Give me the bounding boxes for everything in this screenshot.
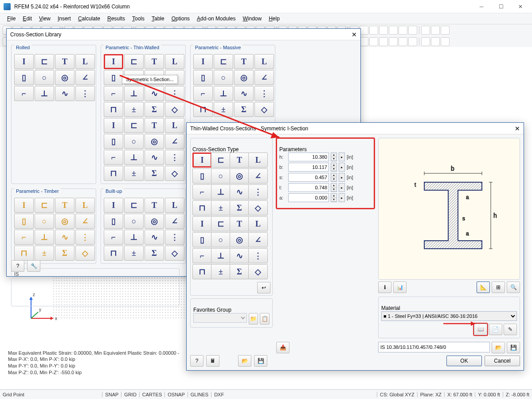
section-type-button[interactable]: ⌐ [14, 86, 34, 101]
section-type-button[interactable]: Σ [145, 102, 164, 117]
section-type-button[interactable]: ◎ [145, 214, 164, 229]
section-type-button[interactable]: T [145, 118, 164, 133]
section-type-button[interactable]: ⌐ [104, 86, 123, 101]
section-type-button[interactable]: ∿ [145, 150, 164, 165]
section-type-button[interactable]: ▯ [192, 168, 212, 184]
section-type-button[interactable]: ± [124, 166, 144, 181]
section-type-button[interactable]: ◇ [165, 166, 184, 181]
designation-field[interactable] [378, 342, 490, 352]
info-button[interactable]: ℹ [378, 282, 391, 293]
section-type-button[interactable]: Σ [230, 200, 249, 215]
section-type-button[interactable]: ⊥ [124, 86, 144, 101]
section-type-button[interactable]: ◇ [248, 264, 268, 279]
section-type-button[interactable]: ∠ [75, 214, 95, 229]
material-edit-button[interactable]: ✎ [504, 324, 517, 335]
toolbar-button[interactable] [399, 26, 407, 35]
help-button[interactable]: ? [11, 260, 24, 272]
toolbar-button[interactable] [369, 37, 378, 46]
section-type-button[interactable]: ⊥ [214, 86, 233, 101]
section-type-button[interactable]: ± [124, 102, 144, 117]
section-type-button[interactable]: ⌐ [193, 86, 213, 101]
section-type-button[interactable]: T [145, 54, 164, 69]
pick-button[interactable]: ▸ [339, 163, 345, 172]
section-type-button[interactable]: ⊓ [104, 102, 123, 117]
menu-calculate[interactable]: Calculate [74, 16, 104, 22]
param-b-input[interactable] [288, 163, 329, 172]
toolbar-button[interactable] [431, 37, 440, 46]
menu-options[interactable]: Options [168, 16, 193, 22]
menu-insert[interactable]: Insert [54, 16, 74, 22]
section-type-button[interactable]: ⋮ [165, 230, 184, 245]
status-mode-dxf[interactable]: DXF [211, 392, 227, 397]
section-type-button[interactable]: ∠ [248, 168, 268, 184]
toolbar-button[interactable] [369, 26, 378, 35]
section-type-button[interactable]: ◎ [234, 70, 254, 85]
view-dims-button[interactable]: 📐 [477, 282, 490, 293]
section-type-button[interactable]: ⊓ [192, 264, 212, 279]
section-type-button[interactable]: I [104, 54, 123, 69]
section-type-button[interactable]: ⊥ [211, 184, 231, 200]
ok-button[interactable]: OK [446, 356, 482, 366]
section-type-button[interactable]: ○ [124, 134, 144, 149]
spinner[interactable]: ▲▼ [331, 183, 337, 192]
save-button[interactable]: 💾 [254, 355, 267, 367]
section-type-button[interactable]: ○ [124, 214, 144, 229]
section-type-button[interactable]: Σ [234, 102, 254, 117]
section-type-button[interactable]: ⊏ [124, 198, 144, 213]
section-type-button[interactable]: ∠ [254, 70, 274, 85]
section-type-button[interactable]: I [193, 54, 213, 69]
section-type-button[interactable]: ▯ [14, 214, 34, 229]
pick-button[interactable]: ▸ [339, 153, 345, 161]
status-mode-grid[interactable]: GRID [121, 392, 139, 397]
menu-add-on-modules[interactable]: Add-on Modules [193, 16, 239, 22]
section-type-button[interactable]: ⊏ [124, 118, 144, 133]
section-type-button[interactable]: T [230, 216, 249, 231]
pick-button[interactable]: ▸ [339, 193, 345, 202]
section-type-button[interactable]: I [14, 54, 34, 69]
section-type-button[interactable]: ⊓ [104, 246, 123, 261]
section-type-button[interactable]: ⊥ [124, 230, 144, 245]
section-type-button[interactable]: ⊏ [124, 54, 144, 69]
status-mode-cartes[interactable]: CARTES [139, 392, 164, 397]
favorites-dropdown[interactable] [193, 313, 247, 323]
param-s-input[interactable] [288, 173, 329, 182]
section-type-button[interactable]: ⊓ [104, 166, 123, 181]
section-type-button[interactable]: ▯ [192, 232, 212, 247]
toolbar-button[interactable] [408, 26, 417, 35]
section-type-button[interactable]: T [230, 153, 249, 168]
section-type-button[interactable]: L [254, 54, 274, 69]
section-type-button[interactable]: ∿ [55, 230, 74, 245]
section-type-button[interactable]: ∠ [248, 232, 268, 247]
section-type-button[interactable]: ⊥ [124, 150, 144, 165]
toolbar-button[interactable] [399, 37, 407, 46]
section-type-button[interactable]: ± [124, 246, 144, 261]
toolbar-button[interactable] [421, 26, 430, 35]
fav-add-button[interactable]: 📁 [249, 313, 258, 325]
spinner[interactable]: ▲▼ [331, 193, 337, 202]
toolbar-button[interactable] [421, 37, 430, 46]
section-type-button[interactable]: L [75, 54, 95, 69]
spinner[interactable]: ▲▼ [331, 163, 337, 172]
menu-file[interactable]: File [4, 16, 19, 22]
section-type-button[interactable]: Σ [145, 246, 164, 261]
section-type-button[interactable]: ⊓ [192, 200, 212, 215]
section-type-button[interactable]: ▯ [193, 70, 213, 85]
menu-view[interactable]: View [35, 16, 54, 22]
help-button[interactable]: ? [190, 355, 203, 367]
section-type-button[interactable]: ∠ [165, 134, 184, 149]
menu-tools[interactable]: Tools [129, 16, 148, 22]
section-type-button[interactable]: ± [214, 102, 233, 117]
section-type-button[interactable]: ⋮ [165, 150, 184, 165]
section-type-button[interactable]: ∿ [145, 86, 164, 101]
toolbar-button[interactable] [379, 26, 388, 35]
section-type-button[interactable]: T [145, 198, 164, 213]
section-type-button[interactable]: ⊥ [211, 248, 231, 263]
calc-button[interactable]: 🖩 [206, 355, 219, 367]
section-type-button[interactable]: ◇ [75, 246, 95, 261]
pick-button[interactable]: ▸ [339, 183, 345, 192]
section-type-button[interactable]: ◇ [248, 200, 268, 215]
section-type-button[interactable]: ⊏ [35, 54, 54, 69]
section-type-button[interactable]: ▯ [104, 214, 123, 229]
spinner[interactable]: ▲▼ [331, 153, 337, 161]
toolbar-button[interactable] [389, 37, 398, 46]
